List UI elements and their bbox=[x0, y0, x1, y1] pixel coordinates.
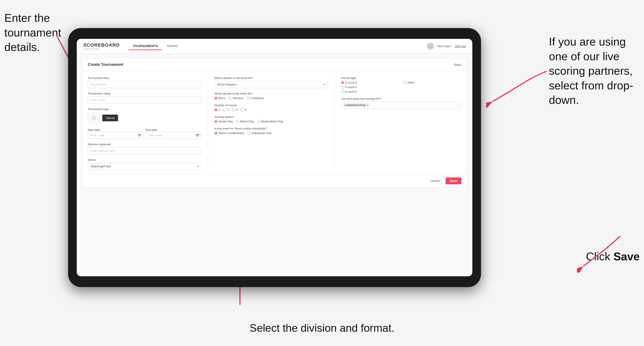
rounds-label: Number of rounds bbox=[214, 104, 328, 107]
header-right: Test User | Sign out bbox=[427, 43, 466, 50]
format-5count4[interactable]: 5 count 4 bbox=[341, 81, 399, 84]
gender-combined[interactable]: Combined bbox=[247, 96, 264, 100]
rounds-radio-group: 1 2 3 4 bbox=[214, 108, 328, 111]
gender-radio-group: Mens Womens Combined bbox=[214, 96, 328, 100]
annotation-top-right: If you are using one of our live scoring… bbox=[549, 34, 640, 108]
user-name: Test User | bbox=[437, 44, 452, 48]
tournament-name-group: Tournament name bbox=[88, 92, 201, 104]
format-6count5[interactable]: 6 count 5 bbox=[341, 90, 399, 93]
chevron-down-icon: ▾ bbox=[458, 104, 459, 107]
round-3[interactable]: 3 bbox=[232, 108, 237, 111]
round-4[interactable]: 4 bbox=[240, 108, 246, 111]
middle-column: Which division is the event for? NCAA Di… bbox=[214, 76, 335, 170]
scoring-match[interactable]: Match Play bbox=[236, 120, 254, 123]
tournament-name-input[interactable] bbox=[88, 96, 201, 104]
logo-text: SCOREBOARD bbox=[83, 42, 120, 48]
logo-upload-area: Upload bbox=[88, 112, 201, 124]
save-button[interactable]: Save bbox=[446, 177, 461, 184]
round-2[interactable]: 2 bbox=[223, 108, 229, 111]
close-tag-icon[interactable]: ✕ bbox=[366, 104, 368, 107]
app-main: Create Tournament Back Tournament Host T… bbox=[77, 54, 472, 276]
teams-group: Is this event for Teams and/or Individua… bbox=[214, 127, 328, 135]
division-group: Which division is the event for? NCAA Di… bbox=[214, 76, 328, 88]
panel-header: Create Tournament Back bbox=[82, 58, 467, 71]
format-type-group: Format type 5 count 4 Other 6 count 4 bbox=[341, 76, 461, 93]
tab-teams[interactable]: TEAMS bbox=[162, 42, 182, 50]
scoring-label: Scoring system bbox=[214, 115, 328, 119]
panel-body: Tournament Host Tournament name Tourname… bbox=[82, 71, 467, 174]
svg-point-5 bbox=[93, 117, 94, 118]
teams-individuals-only[interactable]: Individuals Only bbox=[248, 132, 272, 135]
live-scoring-label: Use third-party live scoring API? bbox=[341, 97, 461, 100]
dates-group: Start date 📅 End date bbox=[88, 128, 201, 139]
calendar-icon: 📅 bbox=[138, 134, 141, 137]
start-date-input[interactable] bbox=[88, 132, 143, 139]
division-label: Which division is the event for? bbox=[214, 76, 328, 80]
gender-group: Which gender is the event for? Mens Wome… bbox=[214, 92, 328, 100]
calendar-icon-end: 📅 bbox=[196, 134, 199, 137]
logo-area: SCOREBOARD Powered by Clippit bbox=[83, 42, 120, 50]
create-panel: Create Tournament Back Tournament Host T… bbox=[82, 58, 467, 187]
tournament-host-group: Tournament Host bbox=[88, 76, 201, 88]
live-scoring-tag: Leaderboard King ✕ bbox=[344, 103, 370, 107]
format-6count4[interactable]: 6 count 4 bbox=[341, 85, 399, 89]
division-select[interactable]: NCAA Division I bbox=[214, 81, 328, 88]
app-header: SCOREBOARD Powered by Clippit TOURNAMENT… bbox=[77, 39, 472, 54]
sponsor-group: Sponsor (optional) bbox=[88, 143, 201, 154]
tab-tournaments[interactable]: TOURNAMENTS bbox=[128, 42, 162, 50]
teams-radio-group: Teams (+Individuals) Individuals Only bbox=[214, 132, 328, 135]
teams-plus-individuals[interactable]: Teams (+Individuals) bbox=[214, 132, 244, 135]
upload-button[interactable]: Upload bbox=[102, 115, 118, 121]
venue-label: Venue bbox=[88, 158, 201, 162]
left-column: Tournament Host Tournament name Tourname… bbox=[88, 76, 208, 170]
venue-select[interactable]: Search golf club bbox=[88, 163, 201, 170]
gender-womens[interactable]: Womens bbox=[228, 96, 244, 100]
tournament-host-input[interactable] bbox=[88, 81, 201, 88]
panel-footer: Cancel Save bbox=[82, 174, 467, 187]
logo-sub: Powered by Clippit bbox=[83, 48, 120, 50]
header-left: SCOREBOARD Powered by Clippit TOURNAMENT… bbox=[83, 42, 182, 50]
format-other[interactable]: Other bbox=[404, 81, 461, 84]
tablet-device: SCOREBOARD Powered by Clippit TOURNAMENT… bbox=[68, 28, 481, 287]
live-scoring-select[interactable]: Leaderboard King ✕ ▾ bbox=[341, 102, 461, 109]
panel-title: Create Tournament bbox=[88, 62, 123, 67]
format-type-grid: 5 count 4 Other 6 count 4 bbox=[341, 81, 461, 93]
sign-out-link[interactable]: Sign out bbox=[455, 44, 466, 48]
teams-label: Is this event for Teams and/or Individua… bbox=[214, 127, 328, 130]
format-type-label: Format type bbox=[341, 76, 461, 80]
end-date-label: End date bbox=[146, 128, 157, 132]
tournament-logo-group: Tournament logo Upload bbox=[88, 108, 201, 124]
cancel-button[interactable]: Cancel bbox=[427, 177, 443, 184]
nav-tabs: TOURNAMENTS TEAMS bbox=[128, 42, 182, 50]
right-column: Format type 5 count 4 Other 6 count 4 bbox=[341, 76, 461, 170]
rounds-group: Number of rounds 1 2 3 bbox=[214, 104, 328, 111]
venue-group: Venue Search golf club bbox=[88, 158, 201, 170]
logo-placeholder bbox=[88, 112, 100, 124]
tournament-host-label: Tournament Host bbox=[88, 76, 201, 80]
sponsor-input[interactable] bbox=[88, 147, 201, 154]
end-date-input[interactable] bbox=[146, 132, 202, 139]
sponsor-label: Sponsor (optional) bbox=[88, 143, 201, 146]
tournament-logo-label: Tournament logo bbox=[88, 108, 201, 111]
scoring-radio-group: Stroke Play Match Play Medal Match Play bbox=[214, 120, 328, 123]
tournament-name-label: Tournament name bbox=[88, 92, 201, 95]
gender-mens[interactable]: Mens bbox=[214, 96, 226, 100]
live-scoring-group: Use third-party live scoring API? Leader… bbox=[341, 97, 461, 109]
round-1[interactable]: 1 bbox=[214, 108, 220, 111]
scoring-group: Scoring system Stroke Play Match Play Me… bbox=[214, 115, 328, 123]
gender-label: Which gender is the event for? bbox=[214, 92, 328, 95]
scoring-stroke[interactable]: Stroke Play bbox=[214, 120, 233, 123]
back-link[interactable]: Back bbox=[453, 63, 461, 66]
scoring-medal-match[interactable]: Medal Match Play bbox=[257, 120, 284, 123]
avatar bbox=[427, 43, 434, 50]
annotation-click-save: Click Save bbox=[586, 249, 640, 264]
tablet-screen: SCOREBOARD Powered by Clippit TOURNAMENT… bbox=[77, 39, 472, 276]
annotation-bottom: Select the division and format. bbox=[250, 321, 394, 335]
start-date-label: Start date bbox=[88, 128, 100, 132]
